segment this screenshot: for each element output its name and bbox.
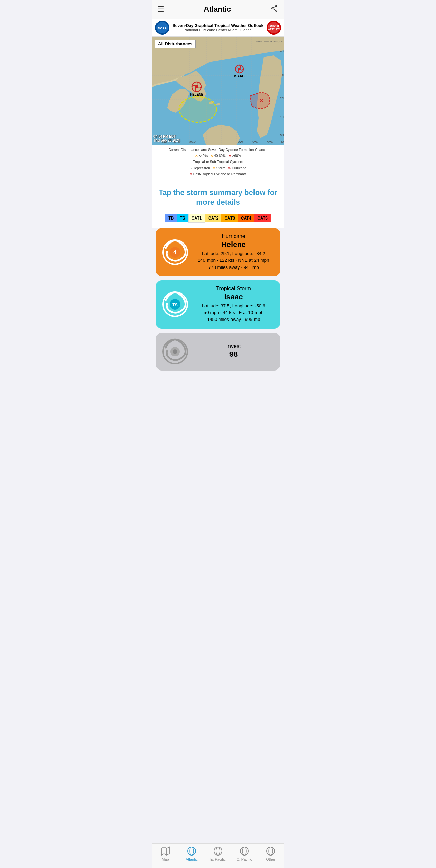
atlantic-globe-icon [187, 846, 196, 856]
isaac-card[interactable]: TS Tropical Storm Isaac Latitude: 37.5, … [156, 280, 280, 329]
nws-logo: NATIONAL WEATHER [266, 20, 281, 35]
map-subtitle: National Hurricane Center Miami, Florida [170, 28, 266, 32]
map-section: NOAA Seven-Day Graphical Tropical Weathe… [152, 19, 284, 180]
cat-td: TD [165, 214, 177, 222]
tap-instruction-text: Tap the storm summary below for more det… [158, 188, 278, 207]
app-header: ☰ Atlantic [152, 0, 284, 19]
svg-text:40W: 40W [252, 141, 258, 144]
cpacific-globe-icon [240, 846, 249, 856]
svg-text:WEATHER: WEATHER [268, 28, 280, 30]
map-icon [161, 846, 170, 856]
map-svg: 45N 35N 25N 15N 5N 100W 90W 80W 70W 60W … [152, 37, 284, 145]
invest98-name: 98 [193, 350, 274, 359]
isaac-type: Tropical Storm [193, 286, 274, 292]
svg-line-3 [273, 6, 276, 8]
storm-cards: 4 Hurricane Helene Latitude: 29.1, Longi… [152, 228, 284, 375]
svg-text:15N: 15N [280, 115, 284, 119]
nav-label-map: Map [162, 857, 169, 861]
cat-5: CAT5 [254, 214, 270, 222]
svg-point-0 [276, 5, 277, 7]
nav-label-epacific: E. Pacific [210, 857, 226, 861]
nav-label-atlantic: Atlantic [186, 857, 198, 861]
cat-2: CAT2 [205, 214, 221, 222]
svg-text:NATIONAL: NATIONAL [268, 25, 280, 27]
svg-marker-66 [161, 847, 169, 855]
helene-info: Hurricane Helene Latitude: 29.1, Longitu… [193, 233, 274, 271]
tap-instruction-section: Tap the storm summary below for more det… [152, 180, 284, 214]
other-globe-icon [266, 846, 275, 856]
helene-type: Hurricane [193, 233, 274, 239]
share-icon[interactable] [270, 4, 278, 15]
noaa-logo: NOAA [155, 20, 170, 35]
helene-name: Helene [193, 240, 274, 249]
nav-item-map[interactable]: Map [155, 846, 175, 861]
map-title: Seven-Day Graphical Tropical Weather Out… [170, 23, 266, 28]
svg-text:20W: 20W [281, 141, 284, 144]
cat-ts: TS [177, 214, 188, 222]
svg-text:✕: ✕ [259, 98, 263, 104]
map-watermark: www.hurricanes.gov [255, 40, 283, 43]
epacific-globe-icon [213, 846, 223, 856]
svg-text:5N: 5N [280, 134, 284, 137]
map-legend: Current Disturbances and Seven-Day Cyclo… [152, 145, 284, 180]
all-disturbances-badge[interactable]: All Disturbances [155, 40, 196, 48]
svg-text:ISAAC: ISAAC [234, 74, 244, 78]
isaac-name: Isaac [193, 292, 274, 301]
svg-text:NOAA: NOAA [158, 27, 167, 30]
svg-point-1 [272, 8, 273, 9]
invest98-type: Invest [193, 343, 274, 349]
nav-label-other: Other [266, 857, 275, 861]
svg-text:25N: 25N [280, 97, 284, 100]
nav-item-other[interactable]: Other [261, 846, 281, 861]
svg-text:4: 4 [173, 249, 177, 256]
nav-item-epacific[interactable]: E. Pacific [208, 846, 228, 861]
svg-text:80W: 80W [189, 141, 196, 144]
isaac-details: Latitude: 37.5, Longitude: -50.6 50 mph … [193, 303, 274, 323]
svg-text:30W: 30W [267, 141, 273, 144]
map-timestamp: 07:54 PM EDT Thu Sep 26 2024 [153, 135, 180, 142]
svg-point-9 [268, 22, 280, 33]
isaac-icon: TS [162, 291, 189, 318]
map-image[interactable]: All Disturbances www.hurricanes.gov 45N … [152, 37, 284, 145]
helene-details: Latitude: 29.1, Longitude: -84.2 140 mph… [193, 250, 274, 271]
svg-point-49 [179, 97, 216, 122]
helene-icon: 4 [162, 239, 189, 266]
helene-card[interactable]: 4 Hurricane Helene Latitude: 29.1, Longi… [156, 228, 280, 276]
invest98-info: Invest 98 [193, 343, 274, 360]
cat-3: CAT3 [221, 214, 238, 222]
cat-4: CAT4 [238, 214, 254, 222]
svg-point-65 [173, 349, 177, 354]
bottom-nav: Map Atlantic E. Pacific C. [152, 843, 284, 868]
svg-text:HELENE: HELENE [190, 93, 204, 96]
nav-label-cpacific: C. Pacific [237, 857, 252, 861]
svg-line-4 [273, 9, 276, 10]
nav-item-cpacific[interactable]: C. Pacific [234, 846, 255, 861]
nav-item-atlantic[interactable]: Atlantic [181, 846, 202, 861]
menu-icon[interactable]: ☰ [158, 5, 164, 14]
page-title: Atlantic [204, 5, 231, 14]
svg-point-2 [276, 10, 277, 11]
isaac-info: Tropical Storm Isaac Latitude: 37.5, Lon… [193, 286, 274, 323]
invest98-card[interactable]: Invest 98 [156, 333, 280, 371]
category-bar: TD TS CAT1 CAT2 CAT3 CAT4 CAT5 [152, 214, 284, 228]
svg-text:TS: TS [172, 303, 177, 307]
cat-1: CAT1 [188, 214, 205, 223]
invest98-icon [162, 338, 189, 365]
